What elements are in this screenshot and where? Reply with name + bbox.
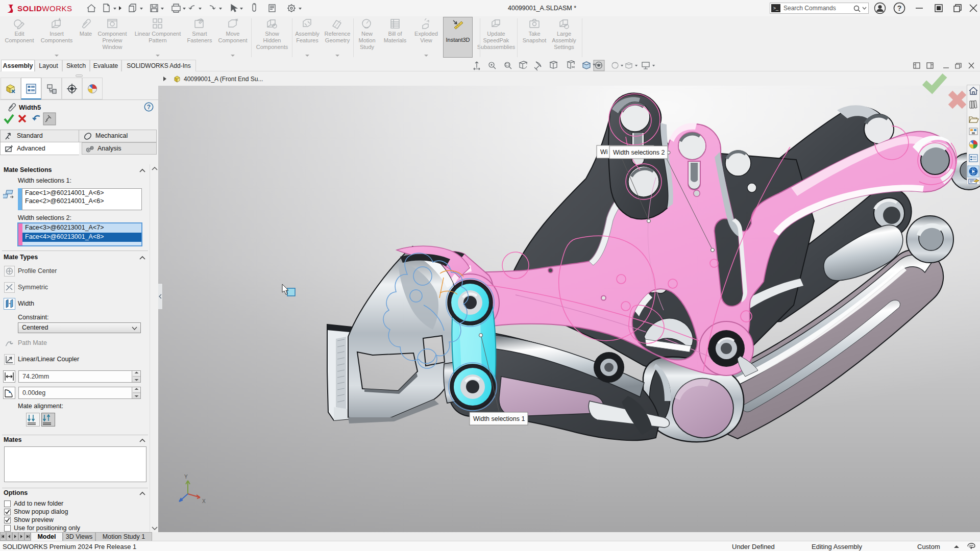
svg-text:?: ?: [897, 4, 902, 12]
svg-text:SOLIDWORKS: SOLIDWORKS: [17, 4, 72, 13]
svg-text:Width selections 1: Width selections 1: [473, 415, 525, 422]
svg-text:Y: Y: [184, 474, 188, 480]
svg-text:?: ?: [147, 104, 151, 111]
svg-text:Width selections 2: Width selections 2: [613, 149, 665, 156]
svg-text:Wi: Wi: [600, 148, 608, 156]
svg-text:X: X: [202, 498, 206, 504]
